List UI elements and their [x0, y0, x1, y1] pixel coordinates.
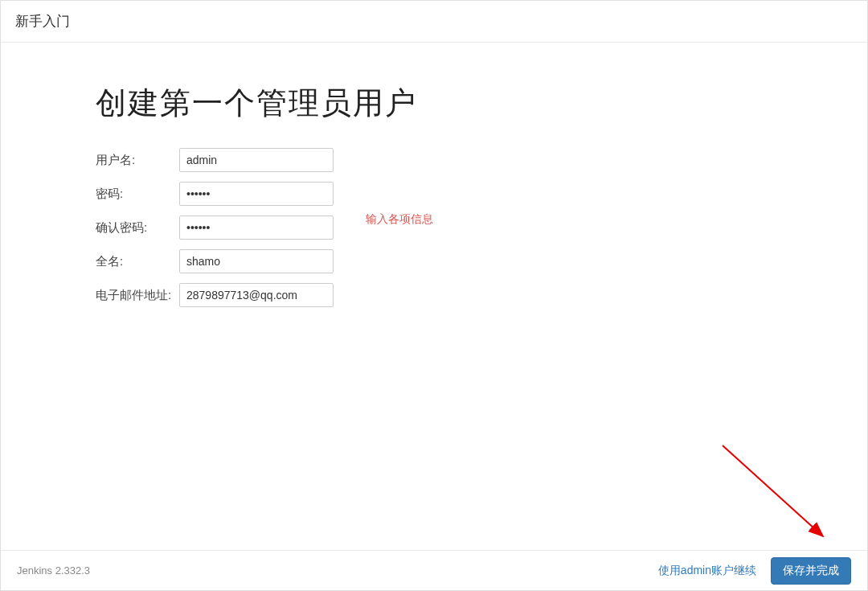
form-row-fullname: 全名: [96, 249, 334, 273]
password-label: 密码: [96, 182, 179, 206]
form-row-confirm-password: 确认密码: [96, 215, 334, 240]
confirm-password-input[interactable] [179, 215, 334, 240]
confirm-password-label: 确认密码: [96, 215, 179, 240]
form-area: 用户名: 密码: 确认密码: 全名: [96, 138, 867, 317]
header-title: 新手入门 [15, 12, 853, 31]
email-input[interactable] [179, 283, 334, 307]
footer: Jenkins 2.332.3 使用admin账户继续 保存并完成 [1, 550, 867, 590]
form-row-password: 密码: [96, 182, 334, 206]
username-label: 用户名: [96, 148, 179, 172]
version-text: Jenkins 2.332.3 [17, 564, 90, 577]
save-and-finish-button[interactable]: 保存并完成 [771, 557, 851, 585]
footer-actions: 使用admin账户继续 保存并完成 [658, 557, 851, 585]
fullname-input[interactable] [179, 249, 334, 273]
page-title: 创建第一个管理员用户 [96, 83, 867, 124]
annotation-text: 输入各项信息 [366, 212, 433, 227]
password-input[interactable] [179, 182, 334, 206]
email-label: 电子邮件地址: [96, 283, 179, 307]
form-row-username: 用户名: [96, 148, 334, 172]
svg-line-1 [723, 445, 823, 536]
main-content: 创建第一个管理员用户 用户名: 密码: 确认密码: [1, 43, 867, 317]
username-input[interactable] [179, 148, 334, 172]
form-row-email: 电子邮件地址: [96, 283, 334, 307]
skip-admin-link[interactable]: 使用admin账户继续 [658, 564, 756, 578]
admin-user-form: 用户名: 密码: 确认密码: 全名: [96, 138, 334, 317]
fullname-label: 全名: [96, 249, 179, 273]
header: 新手入门 [1, 1, 867, 43]
arrow-annotation-icon [719, 441, 839, 546]
